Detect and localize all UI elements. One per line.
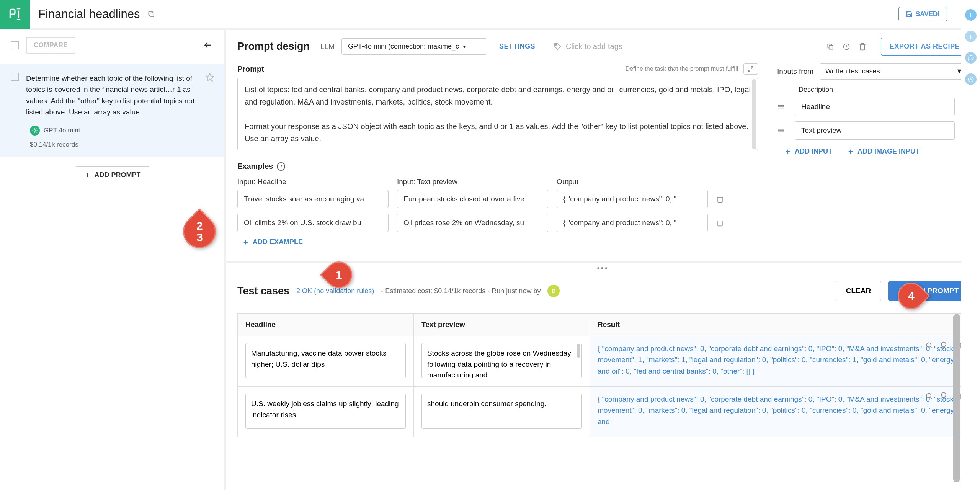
- headline-textarea[interactable]: [245, 394, 406, 429]
- preview-textarea[interactable]: [421, 394, 582, 429]
- copy-icon[interactable]: [147, 10, 155, 18]
- define-text: Define the task that the prompt must ful…: [626, 65, 738, 72]
- chevron-down-icon: ▼: [462, 44, 467, 49]
- copy-icon[interactable]: [826, 43, 834, 51]
- scrollbar[interactable]: [577, 344, 580, 358]
- bulb-icon[interactable]: [940, 392, 947, 400]
- page-title: Financial headlines: [38, 7, 140, 21]
- rail-history-icon[interactable]: [965, 74, 977, 85]
- headline-textarea[interactable]: [245, 343, 406, 378]
- preview-textarea[interactable]: [421, 343, 582, 378]
- export-button[interactable]: EXPORT AS RECIPE: [881, 38, 969, 56]
- example-cell[interactable]: { "company and product news": 0, ": [557, 190, 708, 208]
- example-cell[interactable]: European stocks closed at over a five: [397, 190, 548, 208]
- example-cell[interactable]: { "company and product news": 0, ": [557, 214, 708, 232]
- inputs-from-select[interactable]: Written test cases ▼: [820, 63, 969, 80]
- example-header-headline: Input: Headline: [237, 178, 389, 186]
- prompt-summary: Determine whether each topic of the foll…: [26, 73, 198, 118]
- saved-label: SAVED!: [916, 10, 940, 18]
- clear-button[interactable]: CLEAR: [836, 281, 881, 301]
- back-arrow-icon[interactable]: [203, 40, 213, 50]
- add-input-button[interactable]: ADD INPUT: [785, 147, 832, 155]
- example-header-output: Output: [557, 178, 708, 186]
- add-example-button[interactable]: ADD EXAMPLE: [243, 238, 758, 246]
- history-icon[interactable]: [843, 43, 850, 51]
- scrollbar[interactable]: [752, 79, 756, 149]
- example-cell[interactable]: Oil climbs 2% on U.S. stock draw bu: [237, 214, 389, 232]
- detail-icon[interactable]: [925, 392, 933, 400]
- trash-icon[interactable]: [716, 195, 724, 203]
- svg-point-4: [34, 130, 36, 131]
- svg-point-27: [926, 393, 931, 398]
- svg-rect-8: [829, 45, 833, 49]
- model-name: GPT-4o mini: [44, 127, 80, 134]
- detail-icon[interactable]: [925, 341, 933, 349]
- example-header-preview: Input: Text preview: [397, 178, 548, 186]
- svg-line-10: [751, 67, 753, 69]
- table-row: { "company and product news": 0, "corpor…: [238, 386, 968, 437]
- star-icon[interactable]: [205, 73, 214, 82]
- prompt-design-title: Prompt design: [237, 41, 310, 52]
- examples-grid: Input: Headline Input: Text preview Outp…: [237, 178, 758, 232]
- content: Prompt design LLM GPT-4o mini (connectio…: [226, 30, 980, 490]
- bulb-icon[interactable]: [940, 341, 947, 349]
- app-header: Financial headlines SAVED!: [0, 0, 980, 30]
- prompt-textarea[interactable]: List of topics: fed and central banks, c…: [237, 78, 758, 150]
- description-label: Description: [799, 86, 969, 94]
- rail-info-icon[interactable]: i: [965, 31, 977, 42]
- select-all-checkbox[interactable]: [11, 41, 19, 49]
- svg-marker-3: [206, 74, 214, 81]
- svg-line-11: [748, 69, 750, 71]
- test-cases-table: Headline Text preview Result { "company …: [237, 313, 969, 437]
- model-badge-icon: [30, 126, 40, 136]
- rail-add-icon[interactable]: +: [965, 9, 977, 21]
- drag-icon[interactable]: [777, 127, 789, 134]
- prompt-checkbox[interactable]: [11, 73, 19, 81]
- scrollbar[interactable]: [953, 314, 960, 482]
- prompt-card[interactable]: Determine whether each topic of the foll…: [0, 64, 224, 157]
- prompt-section-label: Prompt: [237, 65, 264, 74]
- svg-point-7: [556, 44, 557, 46]
- svg-point-25: [926, 343, 931, 347]
- example-cell[interactable]: Travel stocks soar as encouraging va: [237, 190, 389, 208]
- result-cell: { "company and product news": 0, "corpor…: [590, 387, 968, 437]
- sidebar: COMPARE Determine whether each topic of …: [0, 30, 226, 490]
- test-cases-title: Test cases: [237, 285, 289, 297]
- expand-icon[interactable]: [743, 63, 758, 75]
- trash-icon[interactable]: [716, 219, 724, 227]
- inputs-from-label: Inputs from: [777, 67, 813, 76]
- examples-label: Examples: [237, 162, 273, 171]
- input-field[interactable]: Headline: [795, 98, 955, 116]
- result-cell: { "company and product news": 0, "corpor…: [590, 336, 968, 386]
- svg-rect-0: [150, 13, 154, 17]
- app-logo: [0, 0, 30, 29]
- info-icon[interactable]: i: [277, 162, 285, 171]
- add-prompt-button[interactable]: ADD PROMPT: [76, 166, 149, 184]
- example-cell[interactable]: Oil prices rose 2% on Wednesday, su: [397, 214, 548, 232]
- input-item-row: Headline: [777, 98, 969, 116]
- prompt-design-header: Prompt design LLM GPT-4o mini (connectio…: [226, 30, 980, 63]
- tags-placeholder[interactable]: Click to add tags: [554, 42, 622, 51]
- llm-select[interactable]: GPT-4o mini (connection: maxime_c ▼: [341, 38, 487, 55]
- svg-line-28: [930, 397, 932, 399]
- example-row: Travel stocks soar as encouraging va Eur…: [237, 190, 758, 208]
- compare-button[interactable]: COMPARE: [26, 37, 75, 54]
- avatar: D: [547, 285, 560, 297]
- settings-link[interactable]: SETTINGS: [499, 42, 535, 51]
- col-result: Result: [590, 314, 968, 336]
- col-text-preview: Text preview: [414, 314, 590, 336]
- svg-line-26: [930, 346, 932, 348]
- add-image-input-button[interactable]: ADD IMAGE INPUT: [848, 147, 920, 155]
- example-row: Oil climbs 2% on U.S. stock draw bu Oil …: [237, 214, 758, 232]
- input-field[interactable]: Text preview: [795, 121, 955, 140]
- estimated-cost: - Estimated cost: $0.14/1k records - Run…: [381, 287, 541, 295]
- rail-chat-icon[interactable]: [965, 52, 977, 64]
- right-rail: + i: [961, 0, 980, 490]
- trash-icon[interactable]: [859, 43, 866, 51]
- model-cost: $0.14/1k records: [30, 141, 214, 149]
- saved-button[interactable]: SAVED!: [898, 7, 947, 21]
- validation-link[interactable]: 2 OK (no validation rules): [296, 287, 374, 295]
- col-headline: Headline: [238, 314, 414, 336]
- llm-label: LLM: [320, 42, 335, 51]
- drag-icon[interactable]: [777, 103, 789, 111]
